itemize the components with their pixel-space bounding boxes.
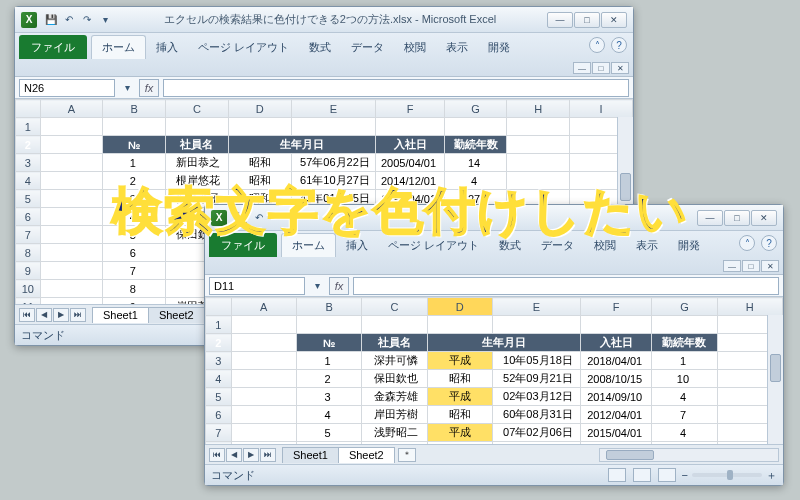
cell[interactable]: [40, 262, 103, 280]
cell[interactable]: 6: [103, 244, 166, 262]
sheet-nav-first-icon[interactable]: ⏮: [19, 308, 35, 322]
file-tab[interactable]: ファイル: [19, 35, 87, 59]
cell[interactable]: 5: [296, 424, 361, 442]
cell[interactable]: 2: [103, 172, 166, 190]
col-header[interactable]: H: [717, 298, 782, 316]
cell[interactable]: 10年05月18日: [492, 352, 580, 370]
cell[interactable]: 4: [444, 172, 507, 190]
cell[interactable]: 平成: [427, 388, 492, 406]
minimize-button[interactable]: —: [697, 210, 723, 226]
tab-data[interactable]: データ: [531, 233, 584, 257]
redo-icon[interactable]: ↷: [269, 210, 285, 226]
col-header[interactable]: G: [652, 298, 717, 316]
cell[interactable]: 2008/10/15: [581, 370, 652, 388]
tab-review[interactable]: 校閲: [584, 233, 626, 257]
horizontal-scrollbar[interactable]: [599, 448, 779, 462]
cell[interactable]: [40, 172, 103, 190]
cell[interactable]: 浅野昭二: [362, 424, 427, 442]
table-row[interactable]: 64岸田芳樹昭和60年08月31日2012/04/017: [206, 406, 783, 424]
cell[interactable]: [507, 154, 570, 172]
col-header[interactable]: E: [492, 298, 580, 316]
tab-view[interactable]: 表示: [436, 35, 478, 59]
tab-developer[interactable]: 開発: [478, 35, 520, 59]
col-header[interactable]: F: [581, 298, 652, 316]
col-header[interactable]: B: [103, 100, 166, 118]
child-close-button[interactable]: ✕: [761, 260, 779, 272]
cell[interactable]: 1: [296, 352, 361, 370]
child-minimize-button[interactable]: —: [723, 260, 741, 272]
sheet-nav-last-icon[interactable]: ⏭: [70, 308, 86, 322]
formula-input[interactable]: [163, 79, 629, 97]
help-icon[interactable]: ?: [761, 235, 777, 251]
tab-developer[interactable]: 開発: [668, 233, 710, 257]
cell[interactable]: 岸田芳樹: [362, 406, 427, 424]
view-normal-icon[interactable]: [608, 468, 626, 482]
cell[interactable]: 昭和: [427, 406, 492, 424]
qat-more-icon[interactable]: ▾: [97, 12, 113, 28]
cell[interactable]: 根岸悠花: [166, 172, 229, 190]
col-header[interactable]: I: [570, 100, 633, 118]
cell[interactable]: 5: [103, 226, 166, 244]
cell[interactable]: 2014/12/01: [376, 172, 444, 190]
zoom-control[interactable]: − ＋: [682, 468, 777, 483]
sheet-tab-1[interactable]: Sheet1: [92, 307, 149, 323]
cell[interactable]: 02年03月12日: [492, 388, 580, 406]
view-pagelayout-icon[interactable]: [633, 468, 651, 482]
cell[interactable]: 深井可憐: [362, 352, 427, 370]
cell[interactable]: 60年08月31日: [492, 406, 580, 424]
fx-icon[interactable]: fx: [329, 277, 349, 295]
cell[interactable]: [40, 154, 103, 172]
table-row[interactable]: 31深井可憐平成10年05月18日2018/04/011: [206, 352, 783, 370]
tab-insert[interactable]: 挿入: [336, 233, 378, 257]
cell[interactable]: 9: [103, 298, 166, 306]
view-pagebreak-icon[interactable]: [658, 468, 676, 482]
tab-insert[interactable]: 挿入: [146, 35, 188, 59]
cell[interactable]: 2005/04/01: [376, 154, 444, 172]
child-close-button[interactable]: ✕: [611, 62, 629, 74]
new-sheet-button[interactable]: ＊: [398, 448, 416, 462]
cell[interactable]: [231, 370, 296, 388]
table-row[interactable]: 75浅野昭二平成07年02月06日2015/04/014: [206, 424, 783, 442]
col-header[interactable]: E: [291, 100, 376, 118]
cell[interactable]: 2012/04/01: [581, 406, 652, 424]
cell[interactable]: [231, 424, 296, 442]
cell[interactable]: [40, 226, 103, 244]
file-tab[interactable]: ファイル: [209, 233, 277, 257]
cell[interactable]: 10: [652, 370, 717, 388]
sheet-nav-first-icon[interactable]: ⏮: [209, 448, 225, 462]
redo-icon[interactable]: ↷: [79, 12, 95, 28]
namebox-dropdown-icon[interactable]: ▾: [119, 80, 135, 96]
col-header[interactable]: A: [231, 298, 296, 316]
tab-formulas[interactable]: 数式: [299, 35, 341, 59]
cell[interactable]: 61年10月27日: [291, 172, 376, 190]
cell[interactable]: 金森芳雄: [362, 388, 427, 406]
col-header[interactable]: F: [376, 100, 444, 118]
child-minimize-button[interactable]: —: [573, 62, 591, 74]
cell[interactable]: 52年09月21日: [492, 370, 580, 388]
col-header[interactable]: C: [166, 100, 229, 118]
cell[interactable]: [40, 244, 103, 262]
sheet-nav-prev-icon[interactable]: ◀: [226, 448, 242, 462]
namebox-dropdown-icon[interactable]: ▾: [309, 278, 325, 294]
child-restore-button[interactable]: □: [742, 260, 760, 272]
cell[interactable]: 新田恭之: [166, 154, 229, 172]
cell[interactable]: 4: [296, 406, 361, 424]
tab-pagelayout[interactable]: ページ レイアウト: [188, 35, 299, 59]
cell[interactable]: 昭和: [228, 154, 291, 172]
save-icon[interactable]: 💾: [233, 210, 249, 226]
cell[interactable]: [40, 190, 103, 208]
sheet-nav-next-icon[interactable]: ▶: [53, 308, 69, 322]
col-header[interactable]: B: [296, 298, 361, 316]
sheet-nav-next-icon[interactable]: ▶: [243, 448, 259, 462]
cell[interactable]: [40, 298, 103, 306]
cell[interactable]: [231, 352, 296, 370]
zoom-minus-icon[interactable]: −: [682, 469, 688, 481]
cell[interactable]: 2018/04/01: [581, 352, 652, 370]
table-row[interactable]: 31新田恭之昭和57年06月22日2005/04/0114: [16, 154, 633, 172]
cell[interactable]: [40, 208, 103, 226]
save-icon[interactable]: 💾: [43, 12, 59, 28]
col-header[interactable]: A: [40, 100, 103, 118]
table-row[interactable]: 42根岸悠花昭和61年10月27日2014/12/014: [16, 172, 633, 190]
tab-pagelayout[interactable]: ページ レイアウト: [378, 233, 489, 257]
vertical-scrollbar[interactable]: [767, 315, 783, 444]
